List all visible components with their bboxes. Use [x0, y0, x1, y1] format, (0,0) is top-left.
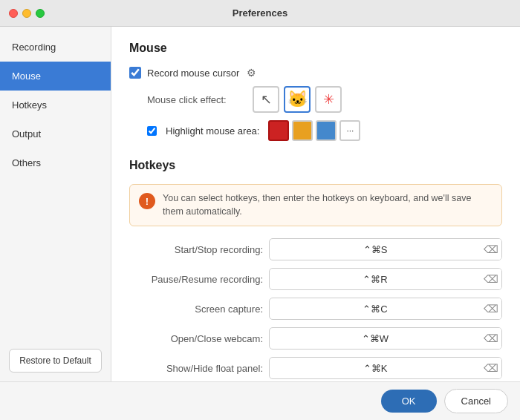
hotkey-label-4: Show/Hide float panel:: [129, 363, 263, 374]
mouse-click-effect-label: Mouse click effect:: [147, 94, 244, 105]
hotkey-label-0: Start/Stop recording:: [129, 244, 263, 255]
record-cursor-checkbox[interactable]: [129, 67, 141, 79]
hotkeys-info-banner: ! You can select hotkeys, then enter the…: [129, 184, 502, 226]
mouse-click-effect-row: Mouse click effect: ↖ 🐱 ✳: [147, 86, 502, 113]
gear-icon[interactable]: ⚙: [245, 67, 257, 79]
titlebar: Preferences: [0, 0, 520, 27]
click-option-cat[interactable]: 🐱: [284, 86, 311, 113]
cat-emoji-icon: 🐱: [287, 90, 308, 109]
hotkey-row: Show/Hide float panel: ⌫: [129, 357, 502, 379]
restore-default-button[interactable]: Restore to Default: [9, 349, 102, 373]
color-swatch-blue[interactable]: [316, 120, 337, 141]
hotkey-label-2: Screen capture:: [129, 303, 263, 315]
hotkey-row: Screen capture: ⌫: [129, 298, 502, 320]
info-icon: !: [139, 193, 155, 209]
hotkey-clear-button-0[interactable]: ⌫: [481, 239, 501, 260]
mouse-section: Mouse Record mouse cursor ⚙ Mouse click …: [129, 42, 502, 141]
bottom-right: OK Cancel: [381, 389, 508, 413]
highlight-mouse-area-row: Highlight mouse area: ···: [147, 120, 502, 141]
hotkey-rows-container: Start/Stop recording: ⌫ Pause/Resume rec…: [129, 238, 502, 379]
color-swatch-red[interactable]: [268, 120, 289, 141]
hotkey-input-wrap-2: ⌫: [269, 298, 502, 320]
hotkey-clear-button-4[interactable]: ⌫: [481, 358, 501, 378]
hotkey-label-1: Pause/Resume recording:: [129, 274, 263, 285]
hotkey-input-wrap-3: ⌫: [269, 327, 502, 350]
click-option-sparkle[interactable]: ✳: [315, 86, 342, 113]
record-cursor-row: Record mouse cursor ⚙: [129, 67, 502, 79]
highlight-area-checkbox[interactable]: [147, 126, 157, 136]
sidebar-item-recording[interactable]: Recording: [0, 33, 111, 62]
hotkeys-section-title: Hotkeys: [129, 159, 502, 172]
hotkey-input-1[interactable]: [270, 270, 481, 289]
sidebar-item-mouse[interactable]: Mouse: [0, 62, 111, 91]
sidebar-item-others[interactable]: Others: [0, 148, 111, 177]
cancel-button[interactable]: Cancel: [444, 389, 508, 413]
hotkey-row: Pause/Resume recording: ⌫: [129, 268, 502, 290]
minimize-button[interactable]: [22, 9, 31, 18]
hotkey-input-wrap-4: ⌫: [269, 357, 502, 379]
sidebar-item-output[interactable]: Output: [0, 119, 111, 148]
hotkey-clear-button-1[interactable]: ⌫: [481, 269, 501, 289]
close-button[interactable]: [9, 9, 18, 18]
record-cursor-label: Record mouse cursor: [147, 68, 239, 79]
ok-button[interactable]: OK: [381, 390, 437, 413]
click-option-cursor[interactable]: ↖: [253, 86, 279, 113]
hotkey-input-0[interactable]: [270, 240, 481, 259]
traffic-lights: [9, 9, 45, 18]
hotkey-input-4[interactable]: [270, 359, 481, 378]
main-layout: Recording Mouse Hotkeys Output Others Re…: [0, 27, 520, 381]
hotkey-input-wrap-0: ⌫: [269, 238, 502, 260]
color-options: ···: [268, 120, 360, 141]
sparkle-icon: ✳: [323, 91, 334, 108]
maximize-button[interactable]: [36, 9, 45, 18]
hotkey-clear-button-3[interactable]: ⌫: [481, 328, 501, 349]
more-colors-button[interactable]: ···: [339, 120, 360, 141]
hotkey-input-wrap-1: ⌫: [269, 268, 502, 290]
highlight-area-label: Highlight mouse area:: [166, 125, 259, 137]
bottom-bar: OK Cancel: [0, 381, 520, 420]
hotkey-row: Start/Stop recording: ⌫: [129, 238, 502, 260]
window-title: Preferences: [233, 7, 287, 19]
hotkey-input-3[interactable]: [270, 329, 481, 348]
color-swatch-yellow[interactable]: [292, 120, 313, 141]
hotkeys-info-text: You can select hotkeys, then enter the h…: [163, 192, 493, 218]
hotkey-label-3: Open/Close webcam:: [129, 333, 263, 344]
sidebar: Recording Mouse Hotkeys Output Others Re…: [0, 27, 111, 381]
cursor-icon: ↖: [261, 91, 272, 108]
sidebar-item-hotkeys[interactable]: Hotkeys: [0, 91, 111, 119]
hotkey-input-2[interactable]: [270, 300, 481, 318]
hotkey-clear-button-2[interactable]: ⌫: [481, 298, 501, 319]
hotkey-row: Open/Close webcam: ⌫: [129, 327, 502, 350]
sidebar-bottom: Restore to Default: [0, 340, 111, 381]
mouse-section-title: Mouse: [129, 42, 502, 55]
click-effect-options: ↖ 🐱 ✳: [253, 86, 342, 113]
hotkeys-section: Hotkeys ! You can select hotkeys, then e…: [129, 159, 502, 379]
content-area: Mouse Record mouse cursor ⚙ Mouse click …: [111, 27, 520, 381]
